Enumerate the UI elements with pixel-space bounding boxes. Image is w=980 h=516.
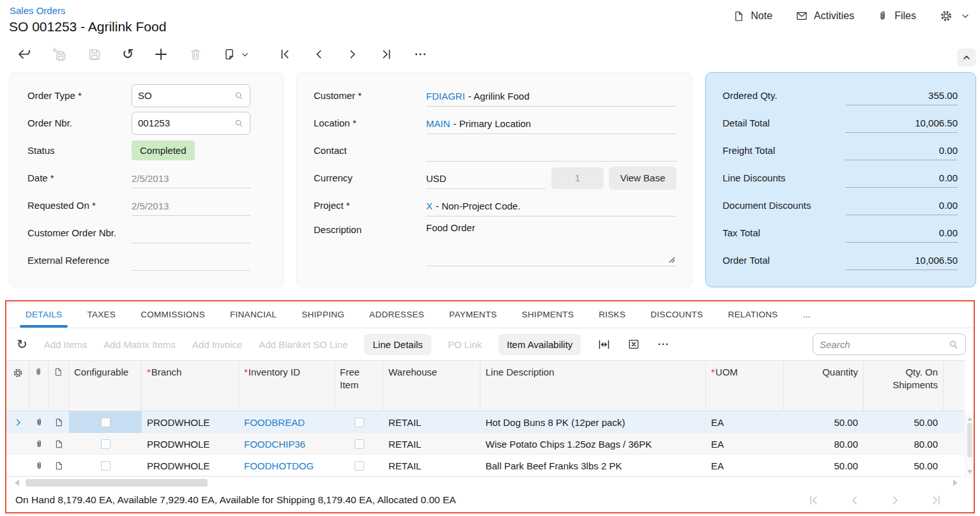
files-button[interactable]: Files (877, 10, 916, 22)
tab-details[interactable]: DETAILS (26, 310, 62, 319)
order-type-field[interactable] (132, 84, 250, 107)
project-field[interactable]: X- Non-Project Code. (426, 195, 677, 216)
paperclip-icon[interactable] (29, 411, 49, 433)
warehouse-cell[interactable]: RETAIL (383, 439, 480, 450)
inventory-id-link[interactable]: FOODHOTDOG (239, 460, 335, 471)
customer-field[interactable]: FDIAGRI- Agrilink Food (426, 85, 677, 107)
column-header-free-item[interactable]: Free Item (335, 361, 383, 411)
scroll-right-icon[interactable] (953, 480, 961, 486)
warehouse-cell[interactable]: RETAIL (383, 417, 480, 428)
description-field[interactable]: Food Order (426, 219, 677, 266)
vertical-scrollbar-thumb[interactable] (967, 423, 972, 457)
inventory-id-link[interactable]: FOODCHIP36 (239, 439, 335, 450)
line-description-cell[interactable]: Hot Dog Buns 8 PK (12per pack) (480, 417, 706, 428)
customer-code-link[interactable]: FDIAGRI (426, 91, 465, 102)
tab-discounts[interactable]: DISCOUNTS (650, 310, 703, 319)
tab-payments[interactable]: PAYMENTS (449, 310, 497, 319)
uom-cell[interactable]: EA (706, 439, 784, 450)
copy-paste-button[interactable] (222, 47, 249, 61)
back-icon[interactable] (17, 47, 32, 62)
doc-icon[interactable] (49, 433, 69, 455)
free-item-checkbox[interactable] (335, 411, 383, 433)
breadcrumb[interactable]: Sales Orders (10, 5, 66, 16)
search-icon[interactable] (234, 91, 244, 101)
search-icon[interactable] (234, 118, 244, 128)
column-header-qty-on-shipments[interactable]: Qty. On Shipments (864, 361, 944, 411)
uom-cell[interactable]: EA (706, 417, 784, 428)
quantity-cell[interactable]: 50.00 (784, 460, 864, 471)
note-button[interactable]: Note (733, 10, 772, 22)
tab-shipments[interactable]: SHIPMENTS (522, 310, 574, 319)
inventory-id-link[interactable]: FOODBREAD (239, 417, 335, 428)
column-header-line-description[interactable]: Line Description (480, 361, 706, 411)
order-nbr-field[interactable] (132, 112, 250, 135)
grid-settings-gear-icon[interactable] (6, 361, 29, 411)
free-item-checkbox[interactable] (335, 455, 383, 476)
last-record-icon[interactable] (379, 47, 394, 61)
branch-cell[interactable]: PRODWHOLE (142, 439, 239, 450)
activities-button[interactable]: Activities (795, 10, 854, 22)
table-row[interactable]: PRODWHOLE FOODBREAD RETAIL Hot Dog Buns … (6, 411, 965, 433)
table-row[interactable]: PRODWHOLE FOODHOTDOG RETAIL Ball Park Be… (6, 455, 965, 476)
next-record-icon[interactable] (346, 47, 360, 61)
scroll-up-icon[interactable] (967, 414, 972, 421)
scroll-down-icon[interactable] (967, 470, 972, 476)
undo-icon[interactable]: ↺ (122, 47, 134, 61)
branch-cell[interactable]: PRODWHOLE (142, 460, 239, 471)
column-header-configurable[interactable]: Configurable (69, 361, 142, 411)
order-nbr-input[interactable] (138, 118, 234, 128)
view-base-button[interactable]: View Base (609, 167, 677, 190)
grid-search-box[interactable] (813, 333, 966, 355)
add-icon[interactable] (153, 47, 169, 62)
column-header-branch[interactable]: *Branch (142, 361, 239, 411)
column-header-warehouse[interactable]: Warehouse (383, 361, 480, 411)
order-type-input[interactable] (138, 90, 234, 101)
configurable-checkbox[interactable] (69, 411, 142, 433)
location-field[interactable]: MAIN- Primary Location (426, 112, 677, 134)
quantity-cell[interactable]: 80.00 (784, 439, 864, 450)
last-page-icon[interactable] (930, 494, 943, 507)
export-excel-icon[interactable] (627, 338, 640, 351)
project-code-link[interactable]: X (426, 201, 433, 211)
previous-page-icon[interactable] (848, 494, 861, 507)
column-header-inventory-id[interactable]: *Inventory ID (239, 361, 335, 411)
column-header-uom[interactable]: *UOM (706, 361, 784, 411)
location-code-link[interactable]: MAIN (426, 118, 450, 129)
customer-order-nbr-field[interactable] (132, 223, 250, 243)
branch-cell[interactable]: PRODWHOLE (142, 417, 239, 428)
tab-commissions[interactable]: COMMISSIONS (141, 310, 205, 319)
column-header-quantity[interactable]: Quantity (784, 361, 864, 411)
tab-shipping[interactable]: SHIPPING (302, 310, 344, 319)
table-row[interactable]: PRODWHOLE FOODCHIP36 RETAIL Wise Potato … (6, 433, 965, 455)
line-details-button[interactable]: Line Details (364, 334, 431, 355)
doc-icon[interactable] (49, 411, 69, 433)
resize-handle-icon[interactable] (669, 257, 675, 263)
paperclip-icon[interactable] (29, 455, 49, 476)
previous-record-icon[interactable] (312, 47, 326, 61)
qty-on-shipments-cell[interactable]: 50.00 (864, 417, 944, 428)
first-record-icon[interactable] (278, 47, 292, 61)
qty-on-shipments-cell[interactable]: 80.00 (864, 439, 944, 450)
collapse-summary-button[interactable] (957, 49, 976, 66)
search-icon[interactable] (948, 339, 959, 350)
refresh-icon[interactable]: ↻ (17, 338, 27, 351)
tab-financial[interactable]: FINANCIAL (230, 310, 277, 319)
configurable-checkbox[interactable] (69, 455, 142, 476)
scroll-left-icon[interactable] (11, 480, 19, 486)
next-page-icon[interactable] (889, 494, 902, 507)
tab-risks[interactable]: RISKS (599, 310, 625, 319)
free-item-checkbox[interactable] (335, 433, 383, 455)
quantity-cell[interactable]: 50.00 (784, 417, 864, 428)
warehouse-cell[interactable]: RETAIL (383, 460, 480, 471)
line-description-cell[interactable]: Ball Park Beef Franks 3lbs 2 PK (480, 460, 706, 471)
more-icon[interactable] (413, 47, 427, 61)
horizontal-scrollbar[interactable] (6, 476, 962, 489)
currency-field[interactable]: USD (426, 167, 546, 189)
tools-menu-button[interactable] (939, 9, 970, 23)
uom-cell[interactable]: EA (706, 460, 784, 471)
tab-taxes[interactable]: TAXES (87, 310, 116, 319)
expand-row-icon[interactable] (6, 411, 29, 433)
fit-width-icon[interactable] (597, 338, 611, 351)
tab-more[interactable]: ... (803, 310, 811, 319)
contact-field[interactable] (426, 140, 677, 162)
